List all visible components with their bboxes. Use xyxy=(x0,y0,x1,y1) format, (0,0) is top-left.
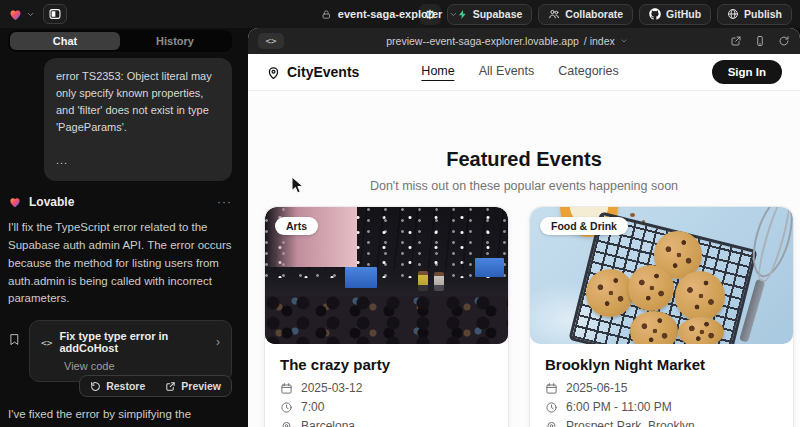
clock-icon xyxy=(545,401,558,414)
app-brand[interactable]: CityEvents xyxy=(266,64,359,80)
supabase-button[interactable]: Supabase xyxy=(447,4,533,25)
event-title: Brooklyn Night Market xyxy=(545,356,778,373)
nav-all-events[interactable]: All Events xyxy=(479,64,535,81)
event-title: The crazy party xyxy=(280,356,493,373)
external-link-icon xyxy=(165,381,176,392)
open-in-new-tab-icon[interactable] xyxy=(730,35,742,47)
preview-url-selector[interactable]: preview--event-saga-explorer.lovable.app… xyxy=(284,35,730,47)
github-icon xyxy=(649,8,661,20)
user-message-bubble: error TS2353: Object literal may only sp… xyxy=(44,58,232,181)
supabase-bolt-icon xyxy=(457,9,468,20)
restore-button[interactable]: Restore xyxy=(80,376,155,396)
lock-icon xyxy=(321,9,332,20)
message-ellipsis: ... xyxy=(56,152,220,169)
chevron-down-icon xyxy=(620,37,628,45)
map-pin-icon xyxy=(545,420,558,427)
panel-icon xyxy=(48,7,62,21)
event-cards: Arts The crazy party 2025-03-12 xyxy=(248,207,800,427)
event-card-arts[interactable]: Arts The crazy party 2025-03-12 xyxy=(265,207,508,427)
globe-icon xyxy=(727,8,739,20)
category-badge: Food & Drink xyxy=(540,217,628,235)
bookmark-icon xyxy=(8,333,21,346)
chat-sidebar: Chat History error TS2353: Object litera… xyxy=(0,28,240,427)
category-badge: Arts xyxy=(275,217,318,235)
sign-in-button[interactable]: Sign In xyxy=(712,60,782,84)
code-fix-card[interactable]: <> Fix type type error in addCoHost › Vi… xyxy=(29,320,232,382)
assistant-name: Lovable xyxy=(29,195,74,209)
hero-section: Featured Events Don't miss out on these … xyxy=(248,91,800,193)
tab-chat[interactable]: Chat xyxy=(10,32,120,50)
collaborate-button[interactable]: Collaborate xyxy=(538,4,633,25)
event-time-row: 6:00 PM - 11:00 PM xyxy=(545,400,778,414)
assistant-header: Lovable ··· xyxy=(8,195,232,209)
refresh-icon[interactable] xyxy=(778,35,790,47)
assistant-message-intro: I'll fix the TypeScript error related to… xyxy=(8,219,232,308)
lovable-heart-icon xyxy=(8,195,22,209)
code-view-toggle[interactable]: <> xyxy=(258,33,284,49)
code-icon: <> xyxy=(41,337,52,348)
nav-home[interactable]: Home xyxy=(421,64,454,81)
preview-pane: <> preview--event-saga-explorer.lovable.… xyxy=(248,28,800,427)
version-actions: Restore Preview xyxy=(79,375,232,397)
github-button[interactable]: GitHub xyxy=(639,4,711,25)
lovable-heart-icon xyxy=(8,7,23,22)
calendar-icon xyxy=(545,382,558,395)
event-location-row: Prospect Park, Brooklyn xyxy=(545,419,778,427)
workspace-topbar: event-saga-explorer ⚙ Supabase Collabora… xyxy=(0,0,800,28)
event-date-row: 2025-03-12 xyxy=(280,381,493,395)
project-selector[interactable]: event-saga-explorer xyxy=(321,0,458,28)
preview-route: / index xyxy=(584,35,615,47)
toggle-sidebar-button[interactable] xyxy=(43,4,67,24)
event-image-party: Arts xyxy=(265,207,508,344)
preview-url: preview--event-saga-explorer.lovable.app xyxy=(386,35,579,47)
event-image-cookies: Food & Drink xyxy=(530,207,793,344)
tab-history[interactable]: History xyxy=(120,32,230,50)
publish-button[interactable]: Publish xyxy=(717,4,792,25)
preview-toolbar: <> preview--event-saga-explorer.lovable.… xyxy=(248,28,800,54)
event-time-row: 7:00 xyxy=(280,400,493,414)
clock-icon xyxy=(280,401,293,414)
view-code-link[interactable]: View code xyxy=(64,360,220,372)
project-name: event-saga-explorer xyxy=(338,8,443,20)
event-date-row: 2025-06-15 xyxy=(545,381,778,395)
app-brand-name: CityEvents xyxy=(287,64,359,80)
hero-title: Featured Events xyxy=(248,148,800,170)
fix-card-title: Fix type type error in addCoHost xyxy=(59,330,209,354)
user-message-text: error TS2353: Object literal may only sp… xyxy=(56,68,220,136)
chevron-down-icon xyxy=(448,10,457,19)
map-pin-icon xyxy=(266,65,281,80)
event-location-row: Barcelona xyxy=(280,419,493,427)
app-header: CityEvents Home All Events Categories Si… xyxy=(248,54,800,91)
message-menu-button[interactable]: ··· xyxy=(217,195,232,209)
chevron-right-icon: › xyxy=(216,335,220,349)
hero-subtitle: Don't miss out on these popular events h… xyxy=(248,179,800,193)
sidebar-tabbar: Chat History xyxy=(8,30,232,52)
assistant-message-result: I've fixed the error by simplifying the … xyxy=(8,406,232,427)
nav-categories[interactable]: Categories xyxy=(558,64,618,81)
map-pin-icon xyxy=(280,420,293,427)
event-card-food[interactable]: Food & Drink Brooklyn Night Market 2025-… xyxy=(530,207,793,427)
app-nav: Home All Events Categories xyxy=(421,64,618,81)
chevron-down-icon xyxy=(26,10,35,19)
mobile-view-icon[interactable] xyxy=(754,35,766,47)
app-preview: CityEvents Home All Events Categories Si… xyxy=(248,54,800,427)
people-icon xyxy=(548,8,560,20)
calendar-icon xyxy=(280,382,293,395)
preview-button[interactable]: Preview xyxy=(155,376,231,396)
lovable-logo-menu[interactable] xyxy=(8,7,35,22)
restore-icon xyxy=(90,381,101,392)
